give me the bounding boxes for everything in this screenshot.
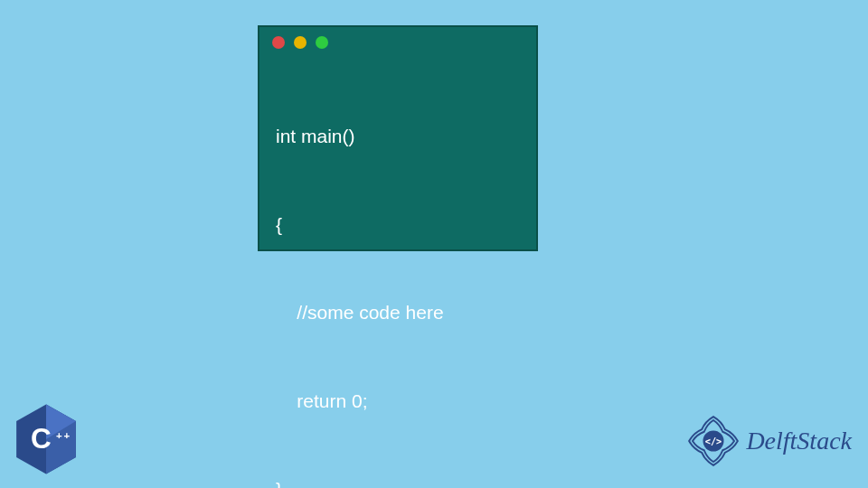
code-line: int main(): [276, 122, 520, 152]
maximize-icon: [316, 36, 328, 49]
code-line: //some code here: [276, 298, 520, 328]
svg-text:</>: </>: [705, 436, 722, 446]
minimize-icon: [294, 36, 307, 49]
code-window: int main() { //some code here return 0; …: [258, 25, 538, 251]
svg-text:+: +: [64, 430, 71, 441]
svg-text:C: C: [31, 423, 52, 455]
cpp-logo-icon: C + +: [13, 403, 80, 475]
delftstack-label: DelftStack: [746, 427, 852, 455]
svg-text:+: +: [56, 430, 62, 441]
delftstack-logo-icon: </>: [684, 412, 742, 470]
window-titlebar: [259, 27, 536, 58]
code-line: return 0;: [276, 387, 520, 417]
code-line: }: [276, 475, 520, 488]
code-line: {: [276, 211, 520, 240]
delftstack-branding: </> DelftStack: [684, 412, 852, 470]
code-body: int main() { //some code here return 0; …: [259, 58, 536, 488]
close-icon: [272, 36, 285, 49]
